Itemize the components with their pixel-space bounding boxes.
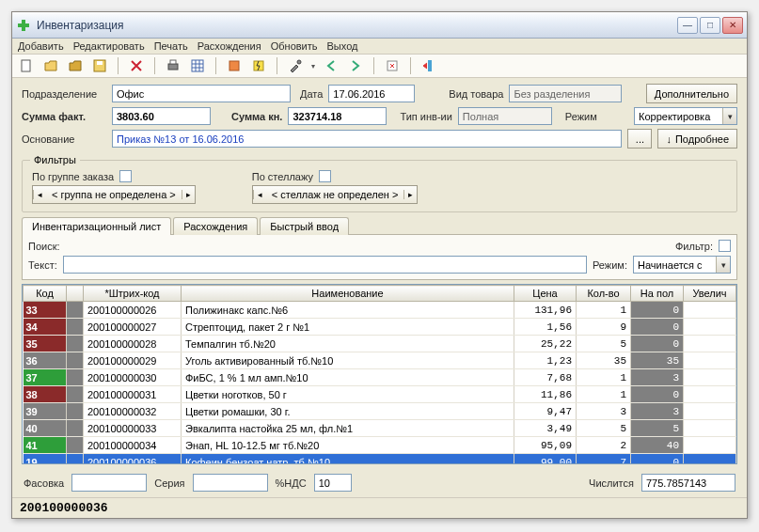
save-icon[interactable] bbox=[91, 57, 108, 74]
cell-name: Эвкалипта настойка 25 мл, фл.№1 bbox=[182, 420, 514, 437]
menu-print[interactable]: Печать bbox=[154, 40, 188, 52]
filter-checkbox[interactable] bbox=[719, 240, 731, 252]
delete-icon[interactable] bbox=[128, 57, 145, 74]
cell-shelf: 5 bbox=[631, 420, 684, 437]
pack-input[interactable] bbox=[71, 474, 147, 492]
svg-rect-12 bbox=[428, 60, 432, 71]
tab-discrepancies[interactable]: Расхождения bbox=[173, 217, 258, 235]
toolbar-separator bbox=[154, 57, 155, 74]
sum-kn-input[interactable] bbox=[288, 107, 387, 125]
minimize-button[interactable]: — bbox=[677, 17, 698, 34]
window-title: Инвентаризация bbox=[37, 19, 677, 32]
cell-gap bbox=[67, 420, 84, 437]
chevron-right-icon: ▸ bbox=[403, 190, 417, 199]
table-row[interactable]: 33200100000026Полижинакс капс.№6131,9610 bbox=[24, 302, 736, 319]
series-input[interactable] bbox=[193, 474, 268, 492]
svg-rect-8 bbox=[229, 61, 239, 70]
tab-inventory-sheet[interactable]: Инвентаризационный лист bbox=[22, 217, 171, 235]
next-icon[interactable] bbox=[347, 57, 364, 74]
table-row[interactable]: 34200100000027Стрептоцид, пакет 2 г №11,… bbox=[24, 319, 736, 336]
detail-button[interactable]: ↓ Подробнее bbox=[657, 129, 737, 149]
filter-shelf-combo[interactable]: ◂ < стеллаж не определен > ▸ bbox=[252, 185, 419, 204]
cell-inc bbox=[684, 437, 736, 454]
col-inc[interactable]: Увелич bbox=[684, 286, 736, 302]
refresh-icon[interactable] bbox=[384, 57, 401, 74]
chevron-down-icon[interactable]: ▾ bbox=[716, 257, 730, 273]
menu-diff[interactable]: Расхождения bbox=[198, 40, 261, 52]
cell-barcode: 200100000034 bbox=[84, 437, 182, 454]
col-qty[interactable]: Кол-во bbox=[577, 286, 631, 302]
data-table-wrap[interactable]: Код *Штрих-код Наименование Цена Кол-во … bbox=[22, 284, 737, 464]
pack-label: Фасовка bbox=[24, 477, 64, 489]
filter-shelf-checkbox[interactable] bbox=[319, 170, 331, 182]
vat-input[interactable] bbox=[314, 474, 352, 492]
table-row[interactable]: 19200100000036Кофеин бензоат натр. тб.№1… bbox=[24, 454, 736, 465]
col-code[interactable]: Код bbox=[24, 286, 67, 302]
cell-code: 38 bbox=[24, 386, 67, 403]
search-input[interactable] bbox=[63, 256, 587, 274]
col-barcode[interactable]: *Штрих-код bbox=[84, 286, 182, 302]
toolbar-separator bbox=[118, 57, 119, 74]
table-icon[interactable] bbox=[189, 57, 206, 74]
table-row[interactable]: 38200100000031Цветки ноготков, 50 г11,86… bbox=[24, 386, 736, 403]
cell-shelf: 0 bbox=[631, 454, 684, 465]
filter-order-checkbox[interactable] bbox=[119, 170, 132, 182]
scan-icon[interactable] bbox=[226, 57, 243, 74]
col-name[interactable]: Наименование bbox=[182, 286, 514, 302]
chevron-down-icon[interactable]: ▾ bbox=[722, 108, 736, 124]
filter-order-combo[interactable]: ◂ < группа не определена > ▸ bbox=[32, 185, 196, 204]
filter-shelf-label: По стеллажу bbox=[252, 171, 313, 182]
folder-icon[interactable] bbox=[67, 57, 84, 74]
maximize-button[interactable]: □ bbox=[700, 17, 720, 34]
table-row[interactable]: 41200100000034Энап, HL 10-12.5 мг тб.№20… bbox=[24, 437, 736, 454]
menu-refresh[interactable]: Обновить bbox=[271, 40, 318, 52]
exit-icon[interactable] bbox=[420, 57, 437, 74]
cell-qty: 7 bbox=[577, 454, 631, 465]
sum-fact-input[interactable] bbox=[112, 107, 211, 125]
cell-qty: 1 bbox=[577, 302, 631, 319]
basis-input[interactable] bbox=[112, 130, 622, 148]
close-button[interactable]: ✕ bbox=[722, 17, 743, 34]
basis-label: Основание bbox=[22, 133, 106, 145]
flash-icon[interactable] bbox=[250, 57, 267, 74]
table-row[interactable]: 37200100000030ФиБС, 1 % 1 мл амп.№107,68… bbox=[24, 369, 736, 386]
tools-dropdown-icon[interactable]: ▾ bbox=[311, 62, 315, 70]
table-row[interactable]: 36200100000029Уголь активированный тб.№1… bbox=[24, 352, 736, 369]
tab-quick-entry[interactable]: Быстрый ввод bbox=[260, 217, 349, 235]
col-shelf[interactable]: На пол bbox=[631, 286, 684, 302]
prev-icon[interactable] bbox=[323, 57, 340, 74]
date-input[interactable] bbox=[328, 85, 415, 102]
table-row[interactable]: 35200100000028Темпалгин тб.№2025,2250 bbox=[24, 336, 736, 352]
col-price[interactable]: Цена bbox=[514, 286, 577, 302]
basis-ellipsis-button[interactable]: ... bbox=[627, 129, 652, 149]
menu-edit[interactable]: Редактировать bbox=[73, 40, 145, 52]
svg-rect-1 bbox=[18, 23, 29, 27]
more-button[interactable]: Дополнительно bbox=[646, 84, 737, 103]
filters-legend: Фильтры bbox=[30, 154, 80, 165]
search-mode-combo[interactable]: Начинается с ▾ bbox=[633, 256, 731, 274]
cell-qty: 2 bbox=[577, 437, 631, 454]
cell-gap bbox=[67, 437, 84, 454]
menubar: Добавить Редактировать Печать Расхождени… bbox=[12, 39, 747, 55]
print-icon[interactable] bbox=[165, 57, 182, 74]
menu-exit[interactable]: Выход bbox=[327, 40, 358, 52]
table-row[interactable]: 39200100000032Цветки ромашки, 30 г.9,473… bbox=[24, 403, 736, 420]
col-gap[interactable] bbox=[67, 286, 84, 302]
cell-qty: 3 bbox=[577, 403, 631, 420]
open-icon[interactable] bbox=[42, 57, 59, 74]
app-window: Инвентаризация — □ ✕ Добавить Редактиров… bbox=[11, 11, 748, 519]
menu-add[interactable]: Добавить bbox=[18, 40, 64, 52]
cell-qty: 5 bbox=[577, 336, 631, 352]
tools-icon[interactable] bbox=[287, 57, 304, 74]
new-icon[interactable] bbox=[18, 57, 35, 74]
table-row[interactable]: 40200100000033Эвкалипта настойка 25 мл, … bbox=[24, 420, 736, 437]
svg-rect-6 bbox=[170, 60, 176, 64]
cell-price: 11,86 bbox=[514, 386, 577, 403]
mode-combo[interactable]: Корректировка ▾ bbox=[634, 107, 737, 125]
cell-shelf: 0 bbox=[631, 302, 684, 319]
dept-input[interactable] bbox=[112, 85, 291, 102]
toolbar: ▾ bbox=[12, 55, 747, 78]
counted-input[interactable] bbox=[641, 474, 735, 492]
detail-label: Подробнее bbox=[675, 133, 729, 145]
cell-gap bbox=[67, 369, 84, 386]
